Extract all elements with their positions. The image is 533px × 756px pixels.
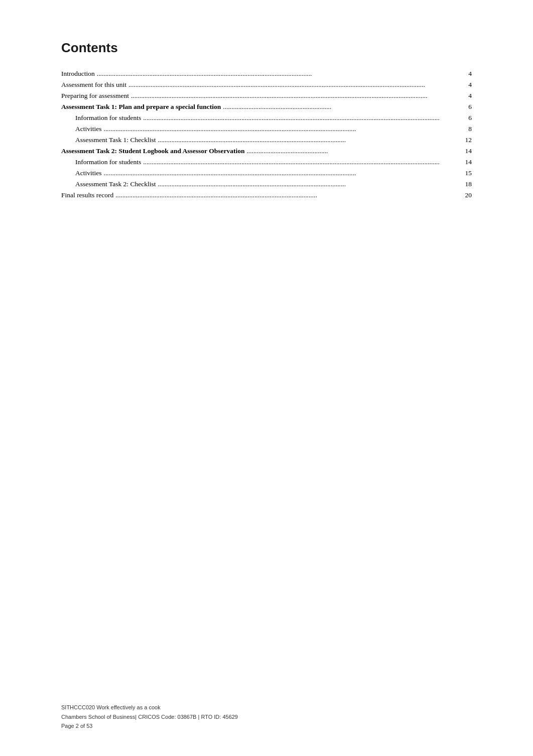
toc-dots: ........................................… [102,125,462,133]
toc-entry: Activities .............................… [61,125,472,133]
toc-dots: ........................................… [244,148,462,155]
toc-label: Assessment Task 2: Student Logbook and A… [61,147,244,155]
toc-page-number: 4 [462,81,472,89]
toc-page-number: 14 [462,158,472,166]
toc-label: Activities [61,125,102,133]
page: Contents Introduction ..................… [0,0,533,756]
toc-dots: ........................................… [156,181,462,188]
toc-label: Information for students [61,114,141,122]
toc-dots: ........................................… [95,70,462,77]
toc-dots: ........................................… [126,81,462,88]
footer-line1: SITHCCC020 Work effectively as a cook [61,703,472,712]
toc-container: Introduction ...........................… [61,70,472,199]
toc-entry: Preparing for assessment ...............… [61,92,472,100]
toc-label: Final results record [61,191,113,199]
toc-dots: ........................................… [141,159,462,166]
toc-dots: ........................................… [156,137,462,144]
toc-label: Preparing for assessment [61,92,129,100]
toc-entry: Information for students ...............… [61,114,472,122]
toc-page-number: 4 [462,92,472,100]
toc-label: Assessment Task 1: Plan and prepare a sp… [61,103,221,111]
toc-page-number: 12 [462,136,472,144]
contents-heading: Contents [61,40,472,56]
toc-page-number: 8 [462,125,472,133]
toc-page-number: 6 [462,114,472,122]
toc-dots: ........................................… [221,103,462,110]
toc-label: Assessment for this unit [61,81,126,89]
toc-entry: Assessment Task 2: Checklist ...........… [61,180,472,188]
footer-line2: Chambers School of Business| CRICOS Code… [61,712,472,722]
footer: SITHCCC020 Work effectively as a cook Ch… [61,703,472,731]
toc-page-number: 4 [462,70,472,78]
toc-dots: ........................................… [113,192,462,199]
toc-page-number: 18 [462,180,472,188]
toc-entry: Introduction ...........................… [61,70,472,78]
toc-dots: ........................................… [141,114,462,121]
footer-line3: Page 2 of 53 [61,721,472,731]
toc-page-number: 20 [462,191,472,199]
toc-dots: ........................................… [129,92,462,99]
toc-entry: Assessment Task 1: Checklist ...........… [61,136,472,144]
toc-entry: Assessment for this unit ...............… [61,81,472,89]
toc-entry: Information for students ...............… [61,158,472,166]
toc-entry: Final results record ...................… [61,191,472,199]
toc-label: Introduction [61,70,95,78]
toc-page-number: 15 [462,169,472,177]
toc-dots: ........................................… [102,170,462,177]
toc-label: Activities [61,169,102,177]
toc-entry: Assessment Task 2: Student Logbook and A… [61,147,472,155]
toc-page-number: 14 [462,147,472,155]
toc-page-number: 6 [462,103,472,111]
toc-label: Assessment Task 1: Checklist [61,136,156,144]
toc-entry: Activities .............................… [61,169,472,177]
toc-label: Assessment Task 2: Checklist [61,180,156,188]
toc-entry: Assessment Task 1: Plan and prepare a sp… [61,103,472,111]
toc-label: Information for students [61,158,141,166]
